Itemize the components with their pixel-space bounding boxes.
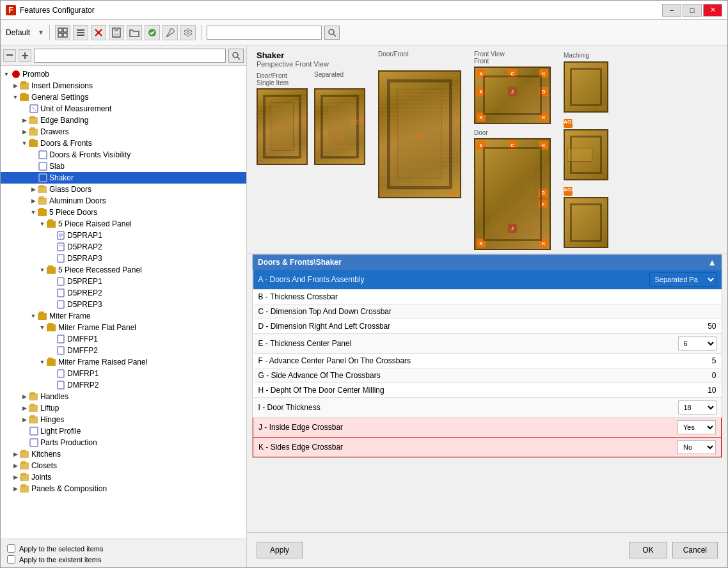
maximize-button[interactable]: □ — [683, 4, 702, 17]
tree-search-button[interactable] — [228, 49, 244, 63]
tree-item-general-settings[interactable]: ▼ General Settings — [1, 91, 246, 103]
cancel-button[interactable]: Cancel — [672, 542, 718, 558]
tree-item-dmfrp2[interactable]: DMFRP2 — [1, 379, 246, 391]
tree-toggle-miter-frame-raised-panel[interactable]: ▼ — [38, 358, 47, 367]
tree-item-slab[interactable]: Slab — [1, 161, 246, 172]
tree-item-edge-banding[interactable]: ▶ Edge Banding — [1, 114, 246, 126]
toolbar-icon-delete[interactable] — [91, 25, 106, 40]
config-row-k[interactable]: K - Sides Edge Crossbar Yes No — [253, 438, 722, 457]
tree-item-d5prap1[interactable]: D5PRAP1 — [1, 230, 246, 241]
tree-item-5-piece-recessed-panel[interactable]: ▼ 5 Piece Recessed Panel — [1, 264, 246, 276]
tree-toggle-5-piece-doors[interactable]: ▼ — [29, 208, 38, 217]
config-cell-a-value[interactable]: ited Parts Single Item Separated Pa Mach… — [644, 270, 722, 290]
tree-collapse-all-btn[interactable] — [3, 49, 16, 62]
tree-search-input[interactable] — [34, 49, 226, 63]
config-panel-header[interactable]: Doors & Fronts\Shaker ▲ — [253, 255, 722, 270]
config-select-j[interactable]: Yes No — [677, 420, 716, 434]
toolbar-search-input[interactable] — [207, 26, 322, 40]
tree-item-unit-of-measurement[interactable]: Unit of Measurement — [1, 103, 246, 114]
tree-item-d5prep2[interactable]: D5PREP2 — [1, 287, 246, 299]
tree-item-d5prep1[interactable]: D5PREP1 — [1, 276, 246, 287]
tree-item-d5prap3[interactable]: D5PRAP3 — [1, 253, 246, 264]
tree-item-liftup[interactable]: ▶ Liftup — [1, 402, 246, 414]
tree-item-promob[interactable]: ▼ Promob — [1, 68, 246, 80]
tree-toggle-edge-banding[interactable]: ▶ — [20, 116, 29, 125]
toolbar-icon-settings[interactable] — [180, 25, 196, 40]
tree-expand-all-btn[interactable] — [19, 49, 31, 62]
config-row-d[interactable]: D - Dimension Right And Left Crossbar 50 — [253, 319, 722, 334]
tree-item-joints[interactable]: ▶ Joints — [1, 471, 246, 483]
tree-item-dmffp1[interactable]: DMFFP1 — [1, 333, 246, 345]
tree-toggle-doors-fronts[interactable]: ▼ — [20, 139, 29, 148]
tree-item-closets[interactable]: ▶ Closets — [1, 460, 246, 471]
config-row-g[interactable]: G - Side Advance Of The Crossbars 0 — [253, 368, 722, 383]
config-select-i[interactable]: 18 20 22 — [678, 400, 716, 414]
tree-item-miter-frame-raised-panel[interactable]: ▼ Miter Frame Raised Panel — [1, 356, 246, 368]
toolbar-search-button[interactable] — [324, 26, 340, 40]
tree-toggle-kitchens[interactable]: ▶ — [11, 450, 20, 459]
config-row-j[interactable]: J - Inside Edge Crossbar Yes No — [253, 418, 722, 438]
tree-item-hinges[interactable]: ▶ Hinges — [1, 414, 246, 425]
toolbar-icon-2[interactable] — [73, 25, 88, 40]
tree-toggle-aluminum-doors[interactable]: ▶ — [29, 196, 38, 205]
config-select-e[interactable]: 6 8 10 — [678, 336, 716, 351]
toolbar-icon-save[interactable] — [109, 25, 124, 40]
config-row-i[interactable]: I - Door Thickness 18 20 22 — [253, 398, 722, 418]
tree-toggle-miter-frame-flat-panel[interactable]: ▼ — [38, 323, 47, 332]
tree-item-aluminum-doors[interactable]: ▶ Aluminum Doors — [1, 195, 246, 207]
config-select-k[interactable]: Yes No — [677, 440, 716, 454]
toolbar-icon-green[interactable] — [145, 25, 160, 40]
tree-item-handles[interactable]: ▶ Handles — [1, 391, 246, 402]
tree-item-kitchens[interactable]: ▶ Kitchens — [1, 448, 246, 460]
tree-toggle-glass-doors[interactable]: ▶ — [29, 185, 38, 194]
config-row-h[interactable]: H - Depht Of The Door Center Milling 10 — [253, 383, 722, 398]
toolbar-icon-1[interactable] — [55, 25, 70, 40]
config-cell-k-value[interactable]: Yes No — [644, 438, 722, 457]
tree-toggle-insert-dim[interactable]: ▶ — [11, 81, 20, 90]
config-row-a[interactable]: A - Doors And Fronts Assembly ited Parts… — [253, 270, 722, 290]
config-cell-j-value[interactable]: Yes No — [644, 418, 722, 438]
toolbar-dropdown-arrow[interactable]: ▼ — [38, 29, 44, 36]
tree-item-doors-visibility[interactable]: Doors & Fronts Visibility — [1, 149, 246, 161]
apply-existent-checkbox[interactable] — [7, 555, 15, 564]
tree-item-d5prep3[interactable]: D5PREP3 — [1, 299, 246, 310]
config-select-a[interactable]: ited Parts Single Item Separated Pa Mach… — [649, 272, 716, 287]
minimize-button[interactable]: − — [662, 4, 681, 17]
config-row-b[interactable]: B - Thickness Crossbar — [253, 290, 722, 304]
tree-item-5-piece-doors[interactable]: ▼ 5 Piece Doors — [1, 207, 246, 218]
tree-toggle-promob[interactable]: ▼ — [2, 70, 11, 79]
apply-button[interactable]: Apply — [257, 542, 303, 558]
ok-button[interactable]: OK — [629, 542, 667, 558]
tree-item-d5prap2[interactable]: D5PRAP2 — [1, 241, 246, 253]
tree-toggle-joints[interactable]: ▶ — [11, 473, 20, 482]
tree-toggle-panels-composition[interactable]: ▶ — [11, 484, 20, 493]
tree-item-dmfrp1[interactable]: DMFRP1 — [1, 368, 246, 379]
tree-toggle-hinges[interactable]: ▶ — [20, 415, 29, 424]
tree-toggle-5-piece-recessed-panel[interactable]: ▼ — [38, 265, 47, 274]
tree-toggle-miter-frame[interactable]: ▼ — [29, 312, 38, 320]
tree-item-parts-production[interactable]: Parts Production — [1, 437, 246, 448]
tree-toggle-liftup[interactable]: ▶ — [20, 404, 29, 413]
tree-item-drawers[interactable]: ▶ Drawers — [1, 126, 246, 138]
tree-item-glass-doors[interactable]: ▶ Glass Doors — [1, 184, 246, 195]
config-row-f[interactable]: F - Advance Center Panel On The Crossbar… — [253, 354, 722, 368]
config-cell-e-value[interactable]: 6 8 10 — [644, 334, 722, 354]
config-collapse-button[interactable]: ▲ — [708, 257, 716, 267]
tree-item-panels-composition[interactable]: ▶ Panels & Composition — [1, 483, 246, 494]
tree-item-doors-fronts[interactable]: ▼ Doors & Fronts — [1, 138, 246, 149]
config-cell-i-value[interactable]: 18 20 22 — [644, 398, 722, 418]
tree-item-dmffp2[interactable]: DMFFP2 — [1, 345, 246, 356]
tree-toggle-drawers[interactable]: ▶ — [20, 127, 29, 136]
tree-item-miter-frame[interactable]: ▼ Miter Frame — [1, 310, 246, 322]
toolbar-icon-wrench[interactable] — [162, 25, 178, 40]
tree-toggle-closets[interactable]: ▶ — [11, 461, 20, 470]
tree-toggle-handles[interactable]: ▶ — [20, 392, 29, 401]
tree-item-miter-frame-flat-panel[interactable]: ▼ Miter Frame Flat Panel — [1, 322, 246, 333]
tree-item-light-profile[interactable]: Light Profile — [1, 425, 246, 437]
apply-selected-checkbox[interactable] — [7, 544, 15, 553]
config-row-e[interactable]: E - Thickness Center Panel 6 8 10 — [253, 334, 722, 354]
tree-item-shaker[interactable]: Shaker — [1, 172, 246, 184]
tree-item-insert-dim[interactable]: ▶ Insert Dimensions — [1, 80, 246, 91]
tree-item-5-piece-raised-panel[interactable]: ▼ 5 Piece Raised Panel — [1, 218, 246, 230]
config-row-c[interactable]: C - Dimension Top And Down Crossbar — [253, 304, 722, 319]
